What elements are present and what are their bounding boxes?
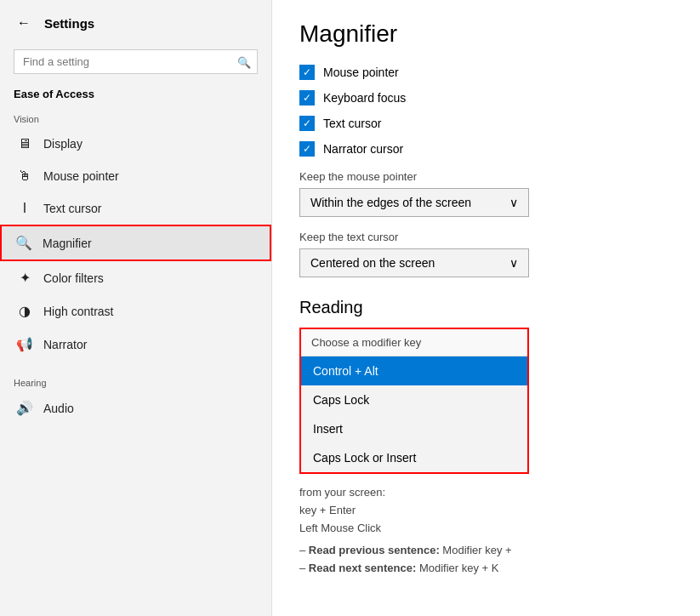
search-input[interactable]: [14, 49, 258, 74]
reading-prev-label: Read previous sentence:: [309, 544, 440, 556]
mouse-pointer-dropdown-value: Within the edges of the screen: [310, 196, 471, 209]
dropdown-option-caps-lock-insert[interactable]: Caps Lock or Insert: [301, 443, 527, 472]
text-cursor-dropdown[interactable]: Centered on the screen ∨: [299, 248, 529, 277]
vision-section-label: Vision: [0, 107, 271, 128]
page-title: Magnifier: [299, 20, 673, 48]
reading-info-line3: Left Mouse Click: [299, 520, 673, 538]
sidebar-item-label: Narrator: [43, 338, 87, 351]
sidebar-item-label: Color filters: [43, 271, 104, 285]
mouse-pointer-icon: 🖱: [16, 168, 33, 184]
sidebar-item-audio[interactable]: 🔊 Audio: [0, 391, 271, 425]
narrator-icon: 📢: [16, 336, 33, 352]
sidebar-item-display[interactable]: 🖥 Display: [0, 128, 271, 160]
color-filters-icon: ✦: [16, 270, 33, 286]
sidebar-item-label: Audio: [43, 402, 74, 415]
audio-icon: 🔊: [16, 400, 33, 416]
modifier-key-label: Choose a modifier key: [301, 329, 527, 356]
search-icon: 🔍: [237, 55, 251, 68]
sidebar-title: Settings: [44, 16, 94, 31]
main-content: Magnifier ✓ Mouse pointer ✓ Keyboard foc…: [272, 0, 700, 616]
breadcrumb: Ease of Access: [0, 84, 271, 107]
modifier-key-dropdown-container: Choose a modifier key Control + Alt Caps…: [299, 328, 673, 474]
reading-info-line2: key + Enter: [299, 502, 673, 520]
text-cursor-setting-label: Keep the text cursor: [299, 231, 673, 243]
reading-next-detail: Modifier key + K: [419, 562, 499, 574]
sidebar-item-label: Mouse pointer: [43, 169, 119, 183]
reading-next-label: Read next sentence:: [309, 562, 416, 574]
mouse-pointer-setting-label: Keep the mouse pointer: [299, 170, 673, 183]
reading-info-next-sentence: – Read next sentence: Modifier key + K: [299, 560, 673, 578]
checkbox-label: Keyboard focus: [323, 91, 406, 105]
checkbox-label: Mouse pointer: [323, 66, 399, 79]
checkbox-narrator-cursor[interactable]: ✓ Narrator cursor: [299, 141, 673, 157]
hearing-section-label: Hearing: [0, 371, 271, 391]
chevron-down-icon: ∨: [509, 256, 518, 270]
sidebar-item-magnifier[interactable]: 🔍 Magnifier: [0, 225, 271, 261]
reading-prev-detail: Modifier key +: [442, 544, 511, 556]
sidebar-item-narrator[interactable]: 📢 Narrator: [0, 328, 271, 361]
checkbox-label: Text cursor: [323, 117, 381, 130]
sidebar-item-label: High contrast: [43, 305, 113, 318]
text-cursor-dropdown-value: Centered on the screen: [310, 256, 435, 270]
checkbox-label: Narrator cursor: [323, 142, 403, 156]
dropdown-option-caps-lock[interactable]: Caps Lock: [301, 385, 527, 414]
sidebar-item-color-filters[interactable]: ✦ Color filters: [0, 261, 271, 294]
reading-info-prev-sentence: – Read previous sentence: Modifier key +: [299, 542, 673, 560]
magnifier-icon: 🔍: [15, 235, 32, 251]
sidebar-header: ← Settings: [0, 0, 271, 46]
high-contrast-icon: ◑: [16, 303, 33, 319]
sidebar-item-label: Text cursor: [43, 202, 101, 215]
checkbox-checked-icon: ✓: [299, 141, 315, 157]
chevron-down-icon: ∨: [509, 196, 518, 209]
checkbox-keyboard-focus[interactable]: ✓ Keyboard focus: [299, 90, 673, 106]
modifier-key-dropdown[interactable]: Choose a modifier key Control + Alt Caps…: [299, 328, 529, 474]
reading-info: from your screen: key + Enter Left Mouse…: [299, 484, 673, 578]
sidebar-item-label: Display: [43, 137, 83, 151]
mouse-pointer-dropdown[interactable]: Within the edges of the screen ∨: [299, 188, 529, 217]
back-button[interactable]: ←: [14, 12, 34, 34]
display-icon: 🖥: [16, 136, 33, 151]
sidebar: ← Settings 🔍 Ease of Access Vision 🖥 Dis…: [0, 0, 272, 616]
reading-section-title: Reading: [299, 298, 673, 317]
search-box-container: 🔍: [14, 49, 258, 74]
checkbox-text-cursor[interactable]: ✓ Text cursor: [299, 116, 673, 131]
dropdown-option-insert[interactable]: Insert: [301, 414, 527, 443]
checkbox-mouse-pointer[interactable]: ✓ Mouse pointer: [299, 65, 673, 80]
sidebar-item-text-cursor[interactable]: I Text cursor: [0, 192, 271, 225]
sidebar-item-mouse-pointer[interactable]: 🖱 Mouse pointer: [0, 160, 271, 192]
sidebar-item-label: Magnifier: [43, 237, 92, 250]
checkbox-checked-icon: ✓: [299, 116, 315, 131]
checkbox-checked-icon: ✓: [299, 90, 315, 106]
reading-info-line1: from your screen:: [299, 484, 673, 502]
checkbox-checked-icon: ✓: [299, 65, 315, 80]
dropdown-option-ctrl-alt[interactable]: Control + Alt: [301, 356, 527, 385]
text-cursor-icon: I: [16, 201, 33, 216]
sidebar-item-high-contrast[interactable]: ◑ High contrast: [0, 294, 271, 328]
